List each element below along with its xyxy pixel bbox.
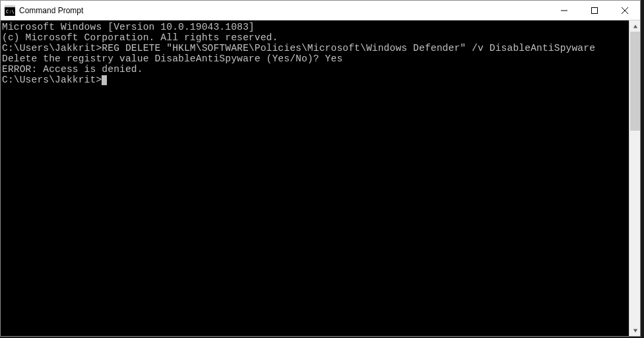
titlebar[interactable]: C:\ Command Prompt bbox=[1, 1, 640, 20]
output-line: ERROR: Access is denied. bbox=[2, 64, 629, 75]
cmd-icon: C:\ bbox=[5, 5, 15, 16]
terminal-output[interactable]: Microsoft Windows [Version 10.0.19043.10… bbox=[1, 20, 629, 336]
output-line: (c) Microsoft Corporation. All rights re… bbox=[2, 32, 629, 43]
window-title: Command Prompt bbox=[19, 6, 549, 15]
scroll-up-button[interactable] bbox=[629, 20, 641, 32]
scroll-thumb[interactable] bbox=[630, 32, 640, 131]
scroll-down-button[interactable] bbox=[629, 325, 641, 336]
output-line: C:\Users\Jakkrit>REG DELETE "HKLM\SOFTWA… bbox=[2, 43, 629, 53]
prompt-line: C:\Users\Jakkrit> bbox=[2, 75, 629, 85]
output-line: Microsoft Windows [Version 10.0.19043.10… bbox=[2, 22, 629, 32]
close-button[interactable] bbox=[610, 1, 640, 20]
svg-rect-1 bbox=[5, 5, 15, 7]
minimize-button[interactable] bbox=[549, 1, 579, 20]
svg-rect-4 bbox=[592, 8, 598, 14]
scrollbar[interactable] bbox=[629, 20, 640, 336]
cursor bbox=[102, 75, 107, 85]
svg-marker-7 bbox=[633, 24, 637, 28]
svg-marker-8 bbox=[633, 329, 637, 332]
output-line: Delete the registry value DisableAntiSpy… bbox=[2, 53, 629, 64]
maximize-button[interactable] bbox=[579, 1, 610, 20]
window-controls bbox=[549, 1, 640, 20]
svg-text:C:\: C:\ bbox=[6, 9, 15, 15]
